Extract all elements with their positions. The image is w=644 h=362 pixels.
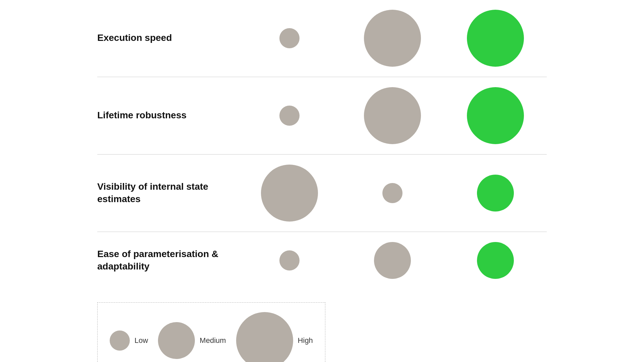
bubble-cell-traditional-1 [341, 10, 444, 67]
legend-bubble-medium [158, 322, 195, 359]
row-execution-speed: Execution speed [97, 0, 547, 77]
bubble-academia-robustness [279, 106, 300, 126]
bubble-breathe-robustness [467, 87, 524, 144]
bubble-cell-traditional-2 [341, 87, 444, 144]
bubble-traditional-execution [364, 10, 421, 67]
bubble-cell-academia-3 [238, 165, 341, 222]
legend-item-low: Low [110, 330, 148, 351]
bubble-academia-ease [279, 250, 300, 270]
bubble-cell-breathe-3 [444, 175, 547, 212]
bubble-traditional-visibility [382, 183, 402, 203]
row-visibility-internal: Visibility of internal state estimates [97, 154, 547, 232]
row-ease-parameterisation: Ease of parameterisation & adaptability [97, 232, 547, 289]
legend-label-low: Low [135, 336, 148, 345]
legend-bubble-high [236, 312, 293, 362]
bubble-traditional-robustness [364, 87, 421, 144]
bubble-cell-traditional-3 [341, 183, 444, 203]
legend-label-high: High [298, 336, 313, 345]
bubble-cell-academia-1 [238, 28, 341, 48]
row-lifetime-robustness: Lifetime robustness [97, 77, 547, 154]
bubble-academia-execution [279, 28, 300, 48]
legend-label-medium: Medium [200, 336, 226, 345]
bubble-breathe-ease [477, 242, 514, 279]
row-label-visibility-internal: Visibility of internal state estimates [97, 181, 238, 205]
row-label-lifetime-robustness: Lifetime robustness [97, 109, 238, 121]
legend-item-medium: Medium [158, 322, 226, 359]
bubble-cell-academia-2 [238, 106, 341, 126]
bubble-traditional-ease [374, 242, 411, 279]
bubble-cell-breathe-4 [444, 242, 547, 279]
row-label-ease-parameterisation: Ease of parameterisation & adaptability [97, 248, 238, 273]
bubble-cell-traditional-4 [341, 242, 444, 279]
legend-box: Low Medium High [97, 302, 325, 362]
bubble-breathe-execution [467, 10, 524, 67]
bubble-cell-academia-4 [238, 250, 341, 270]
legend-bubble-low [110, 330, 130, 351]
legend-item-high: High [236, 312, 313, 362]
row-label-execution-speed: Execution speed [97, 32, 238, 44]
bubble-cell-breathe-2 [444, 87, 547, 144]
bubble-academia-visibility [261, 165, 318, 222]
chart-container: Academia Traditional Breathe Execution s… [77, 0, 567, 362]
bubble-breathe-visibility [477, 175, 514, 212]
bubble-cell-breathe-1 [444, 10, 547, 67]
